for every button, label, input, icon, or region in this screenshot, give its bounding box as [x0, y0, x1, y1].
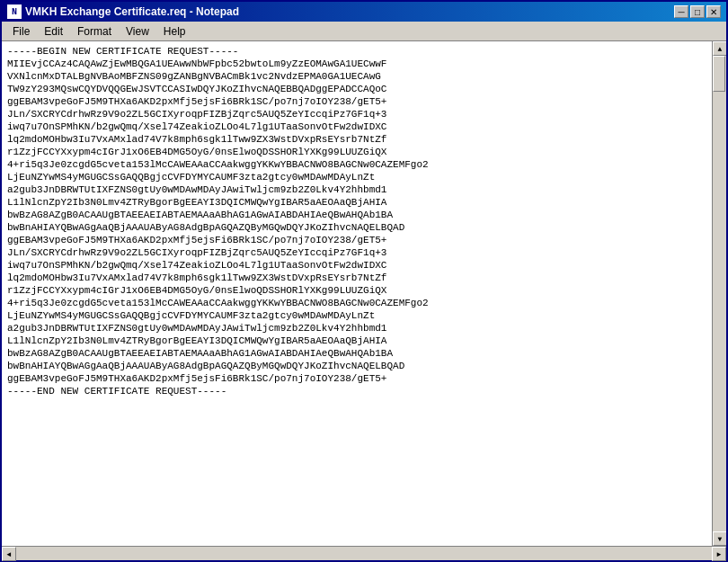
menu-bar: File Edit Format View Help — [2, 22, 726, 41]
scroll-track[interactable] — [713, 56, 726, 531]
menu-file[interactable]: File — [5, 23, 37, 40]
scroll-right-button[interactable]: ► — [712, 547, 726, 561]
maximize-button[interactable]: □ — [690, 5, 705, 18]
certificate-text[interactable]: -----BEGIN NEW CERTIFICATE REQUEST----- … — [2, 41, 712, 546]
window-title: VMKH Exchange Certificate.req - Notepad — [25, 5, 239, 18]
scroll-left-button[interactable]: ◄ — [2, 547, 16, 561]
title-buttons: ─ □ ✕ — [674, 5, 721, 18]
scroll-up-button[interactable]: ▲ — [713, 41, 726, 56]
scroll-track-h[interactable] — [16, 547, 712, 560]
main-window: N VMKH Exchange Certificate.req - Notepa… — [0, 0, 728, 562]
title-bar: N VMKH Exchange Certificate.req - Notepa… — [2, 2, 726, 22]
scroll-thumb[interactable] — [713, 56, 725, 92]
menu-edit[interactable]: Edit — [37, 23, 70, 40]
menu-help[interactable]: Help — [156, 23, 193, 40]
scroll-down-button[interactable]: ▼ — [713, 531, 726, 546]
vertical-scrollbar[interactable]: ▲ ▼ — [712, 41, 726, 546]
menu-view[interactable]: View — [119, 23, 156, 40]
close-button[interactable]: ✕ — [706, 5, 721, 18]
menu-format[interactable]: Format — [70, 23, 119, 40]
app-icon: N — [7, 4, 22, 19]
content-area: -----BEGIN NEW CERTIFICATE REQUEST----- … — [2, 41, 726, 546]
horizontal-scrollbar[interactable]: ◄ ► — [2, 546, 726, 560]
minimize-button[interactable]: ─ — [674, 5, 688, 18]
title-bar-left: N VMKH Exchange Certificate.req - Notepa… — [7, 4, 239, 19]
